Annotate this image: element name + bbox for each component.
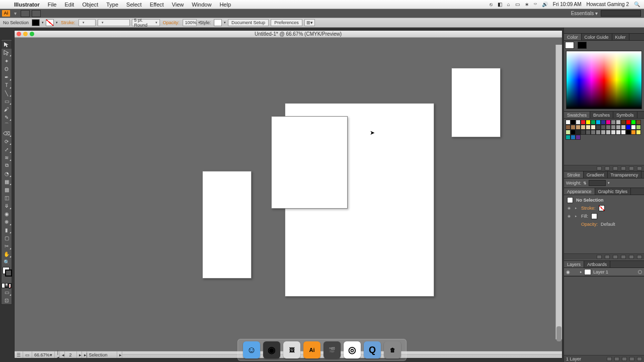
swatch[interactable] xyxy=(606,120,611,125)
dock-finder[interactable]: ☺ xyxy=(243,341,260,358)
swatch[interactable] xyxy=(591,120,596,125)
menu-effect[interactable]: Effect xyxy=(146,2,168,8)
app-menu[interactable]: Illustrator xyxy=(10,2,44,8)
wifi-icon[interactable]: ⌔ xyxy=(534,2,537,7)
swatch[interactable] xyxy=(611,120,616,125)
prev-artboard-button[interactable]: ◂ xyxy=(60,351,65,358)
eraser-tool[interactable]: ⌫ xyxy=(2,129,12,137)
swatch-options-icon[interactable] xyxy=(613,166,618,170)
tab-layers[interactable]: Layers xyxy=(564,261,584,267)
status-icon[interactable]: ⎋ xyxy=(490,2,493,7)
status-menu[interactable]: ▸ xyxy=(117,351,122,358)
graph-tool[interactable]: ▮ xyxy=(2,226,12,234)
swatch[interactable] xyxy=(596,120,601,125)
swatch[interactable] xyxy=(576,130,581,135)
pen-tool[interactable]: ✒ xyxy=(2,73,12,81)
swatch[interactable] xyxy=(596,125,601,130)
disclosure-icon[interactable]: ▸ xyxy=(574,214,578,218)
weight-stepper[interactable]: ⇅ xyxy=(583,181,587,186)
menu-select[interactable]: Select xyxy=(122,2,146,8)
fill-swatch[interactable] xyxy=(32,19,40,26)
direct-selection-tool[interactable] xyxy=(2,49,12,57)
line-tool[interactable]: ╲ xyxy=(2,89,12,97)
slice-tool[interactable]: ✂ xyxy=(2,242,12,250)
swatch-kind-icon[interactable] xyxy=(605,166,610,170)
pencil-tool[interactable]: ✎ xyxy=(2,113,12,121)
preferences-button[interactable]: Preferences xyxy=(271,19,302,26)
blob-brush-tool[interactable]: ⌒ xyxy=(2,121,12,129)
swatch[interactable] xyxy=(586,120,591,125)
artboard[interactable] xyxy=(271,116,348,209)
zoom-level[interactable]: 66.67% ▾ xyxy=(32,351,55,358)
document-setup-button[interactable]: Document Setup xyxy=(228,19,269,26)
new-effect-icon[interactable] xyxy=(613,255,618,259)
swatch[interactable] xyxy=(631,120,636,125)
status-icon[interactable]: ⌂ xyxy=(507,2,510,7)
tab-graphic-styles[interactable]: Graphic Styles xyxy=(595,188,631,195)
menu-help[interactable]: Help xyxy=(215,2,235,8)
swatch[interactable] xyxy=(596,130,601,135)
swatch[interactable] xyxy=(601,130,606,135)
swatch[interactable] xyxy=(616,125,621,130)
swatch[interactable] xyxy=(576,135,581,140)
dock-quicktime[interactable]: Q xyxy=(364,341,381,358)
visibility-icon[interactable]: ◉ xyxy=(567,214,571,218)
swatch[interactable] xyxy=(601,120,606,125)
layer-row[interactable]: ◉ ▸ Layer 1 xyxy=(564,268,644,276)
minimize-icon[interactable] xyxy=(23,32,28,36)
display-icon[interactable]: ▭ xyxy=(515,2,520,7)
tab-brushes[interactable]: Brushes xyxy=(590,112,613,118)
menu-edit[interactable]: Edit xyxy=(60,2,78,8)
swatch[interactable] xyxy=(581,125,586,130)
volume-icon[interactable]: 🔊 xyxy=(542,2,548,7)
tab-gradient[interactable]: Gradient xyxy=(584,171,608,178)
new-layer-icon[interactable] xyxy=(629,357,634,361)
status-icon[interactable]: ◧ xyxy=(498,2,502,7)
rotate-tool[interactable]: ⟳ xyxy=(2,137,12,145)
new-swatch-icon[interactable] xyxy=(629,166,634,170)
swatch[interactable] xyxy=(566,135,571,140)
weight-dropdown[interactable]: ▾ xyxy=(608,181,610,185)
hand-tool[interactable]: ✋ xyxy=(2,250,12,258)
swatch[interactable] xyxy=(611,130,616,135)
stroke-proxy-icon[interactable] xyxy=(578,42,587,49)
tab-symbols[interactable]: Symbols xyxy=(613,112,637,118)
swatch[interactable] xyxy=(586,130,591,135)
shape-builder-tool[interactable]: ◔ xyxy=(2,169,12,177)
scrollbar-vertical[interactable] xyxy=(555,45,562,339)
menu-type[interactable]: Type xyxy=(102,2,122,8)
swatch[interactable] xyxy=(571,120,576,125)
artboard[interactable] xyxy=(451,68,501,137)
swatch[interactable] xyxy=(636,130,641,135)
duplicate-icon[interactable] xyxy=(629,255,634,259)
gpu-icon[interactable]: ▭ xyxy=(23,351,32,358)
dock-dashboard[interactable]: ◉ xyxy=(263,341,280,358)
screen-mode-button[interactable]: ▭ xyxy=(2,288,12,296)
new-group-icon[interactable] xyxy=(621,166,626,170)
swatch[interactable] xyxy=(626,120,631,125)
swatch[interactable] xyxy=(636,120,641,125)
swatch[interactable] xyxy=(566,120,571,125)
user-menu[interactable]: Howcast Gaming 2 xyxy=(587,2,629,7)
opacity-label[interactable]: Opacity: xyxy=(162,20,181,25)
color-mode-buttons[interactable] xyxy=(2,283,12,288)
dock-trash[interactable]: 🗑 xyxy=(384,341,401,358)
close-icon[interactable] xyxy=(17,32,21,36)
menu-view[interactable]: View xyxy=(168,2,188,8)
swatch[interactable] xyxy=(581,120,586,125)
delete-icon[interactable] xyxy=(637,255,642,259)
bridge-icon[interactable] xyxy=(21,10,30,17)
document-titlebar[interactable]: Untitled-1* @ 66.67% (CMYK/Preview) xyxy=(15,31,562,38)
new-fill-icon[interactable] xyxy=(605,255,610,259)
artboard-number[interactable]: 2 xyxy=(65,351,77,358)
swatch[interactable] xyxy=(636,125,641,130)
lasso-tool[interactable]: ʘ xyxy=(2,65,12,73)
swatch[interactable] xyxy=(591,125,596,130)
weight-input[interactable] xyxy=(589,180,606,186)
canvas[interactable]: ➤ xyxy=(15,38,562,351)
swatch[interactable] xyxy=(566,125,571,130)
tab-stroke[interactable]: Stroke xyxy=(564,171,584,178)
appearance-stroke-label[interactable]: Stroke: xyxy=(581,206,596,211)
swatch[interactable] xyxy=(591,130,596,135)
dock-illustrator[interactable]: Ai xyxy=(303,341,320,358)
